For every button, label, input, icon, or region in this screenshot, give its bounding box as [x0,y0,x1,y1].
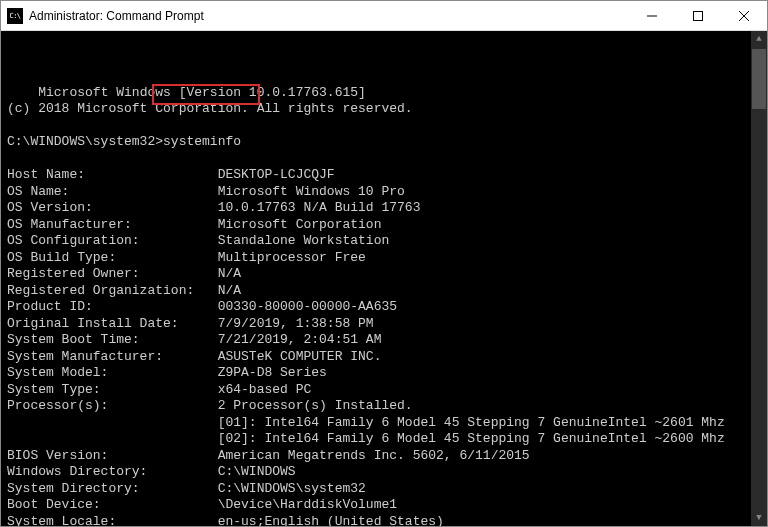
info-value: ASUSTeK COMPUTER INC. [218,349,382,364]
info-value: Multiprocessor Free [218,250,366,265]
info-row: System Type:x64-based PC [7,382,761,399]
info-value: x64-based PC [218,382,312,397]
info-row: Boot Device:\Device\HarddiskVolume1 [7,497,761,514]
info-row: OS Build Type:Multiprocessor Free [7,250,761,267]
console-area[interactable]: Microsoft Windows [Version 10.0.17763.61… [1,31,767,526]
info-label: System Directory: [7,481,218,498]
scroll-up-arrow-icon[interactable]: ▲ [751,31,767,47]
info-label: Windows Directory: [7,464,218,481]
prompt-command: systeminfo [163,134,241,149]
info-row: Windows Directory:C:\WINDOWS [7,464,761,481]
scroll-thumb[interactable] [752,49,766,109]
info-value: [01]: Intel64 Family 6 Model 45 Stepping… [218,415,725,430]
info-row: OS Version:10.0.17763 N/A Build 17763 [7,200,761,217]
info-label: Original Install Date: [7,316,218,333]
info-label: System Boot Time: [7,332,218,349]
info-label: System Locale: [7,514,218,527]
systeminfo-output: Host Name:DESKTOP-LCJCQJFOS Name:Microso… [7,167,761,526]
info-value: Standalone Workstation [218,233,390,248]
info-row: System Boot Time:7/21/2019, 2:04:51 AM [7,332,761,349]
info-value: en-us;English (United States) [218,514,444,527]
info-label: OS Version: [7,200,218,217]
info-label: Host Name: [7,167,218,184]
info-value: Z9PA-D8 Series [218,365,327,380]
info-value: \Device\HarddiskVolume1 [218,497,397,512]
info-value: American Megatrends Inc. 5602, 6/11/2015 [218,448,530,463]
info-row: Registered Organization:N/A [7,283,761,300]
info-row: BIOS Version:American Megatrends Inc. 56… [7,448,761,465]
info-value: N/A [218,283,241,298]
info-value: 2 Processor(s) Installed. [218,398,413,413]
info-value: C:\WINDOWS [218,464,296,479]
close-button[interactable] [721,1,767,30]
window-controls [629,1,767,30]
minimize-button[interactable] [629,1,675,30]
scrollbar-track[interactable]: ▲ ▼ [751,31,767,526]
info-row: [02]: Intel64 Family 6 Model 45 Stepping… [7,431,761,448]
info-value: [02]: Intel64 Family 6 Model 45 Stepping… [218,431,725,446]
info-value: 00330-80000-00000-AA635 [218,299,397,314]
info-label: OS Build Type: [7,250,218,267]
info-label: System Model: [7,365,218,382]
info-row: Product ID:00330-80000-00000-AA635 [7,299,761,316]
maximize-button[interactable] [675,1,721,30]
info-value: Microsoft Corporation [218,217,382,232]
window-title: Administrator: Command Prompt [29,9,629,23]
header-line-1: Microsoft Windows [Version 10.0.17763.61… [38,85,366,100]
info-label: System Manufacturer: [7,349,218,366]
info-label: Registered Owner: [7,266,218,283]
info-label: BIOS Version: [7,448,218,465]
info-row: System Model:Z9PA-D8 Series [7,365,761,382]
info-label: Processor(s): [7,398,218,415]
info-row: [01]: Intel64 Family 6 Model 45 Stepping… [7,415,761,432]
info-row: System Directory:C:\WINDOWS\system32 [7,481,761,498]
info-value: C:\WINDOWS\system32 [218,481,366,496]
info-label: OS Name: [7,184,218,201]
cmd-icon: C:\ [7,8,23,24]
info-label: OS Configuration: [7,233,218,250]
info-row: Host Name:DESKTOP-LCJCQJF [7,167,761,184]
info-row: OS Manufacturer:Microsoft Corporation [7,217,761,234]
header-line-2: (c) 2018 Microsoft Corporation. All righ… [7,101,413,116]
info-row: System Manufacturer:ASUSTeK COMPUTER INC… [7,349,761,366]
info-label: Registered Organization: [7,283,218,300]
scroll-down-arrow-icon[interactable]: ▼ [751,510,767,526]
info-label: Product ID: [7,299,218,316]
info-row: OS Name:Microsoft Windows 10 Pro [7,184,761,201]
info-row: Original Install Date:7/9/2019, 1:38:58 … [7,316,761,333]
info-row: Processor(s):2 Processor(s) Installed. [7,398,761,415]
info-value: DESKTOP-LCJCQJF [218,167,335,182]
info-label: System Type: [7,382,218,399]
prompt-path: C:\WINDOWS\system32> [7,134,163,149]
info-row: System Locale:en-us;English (United Stat… [7,514,761,527]
info-label: Boot Device: [7,497,218,514]
info-label: OS Manufacturer: [7,217,218,234]
svg-rect-1 [694,11,703,20]
info-value: 7/21/2019, 2:04:51 AM [218,332,382,347]
command-prompt-window: C:\ Administrator: Command Prompt Micros… [0,0,768,527]
info-row: OS Configuration:Standalone Workstation [7,233,761,250]
info-row: Registered Owner:N/A [7,266,761,283]
info-value: Microsoft Windows 10 Pro [218,184,405,199]
titlebar[interactable]: C:\ Administrator: Command Prompt [1,1,767,31]
info-value: 10.0.17763 N/A Build 17763 [218,200,421,215]
info-value: N/A [218,266,241,281]
info-value: 7/9/2019, 1:38:58 PM [218,316,374,331]
